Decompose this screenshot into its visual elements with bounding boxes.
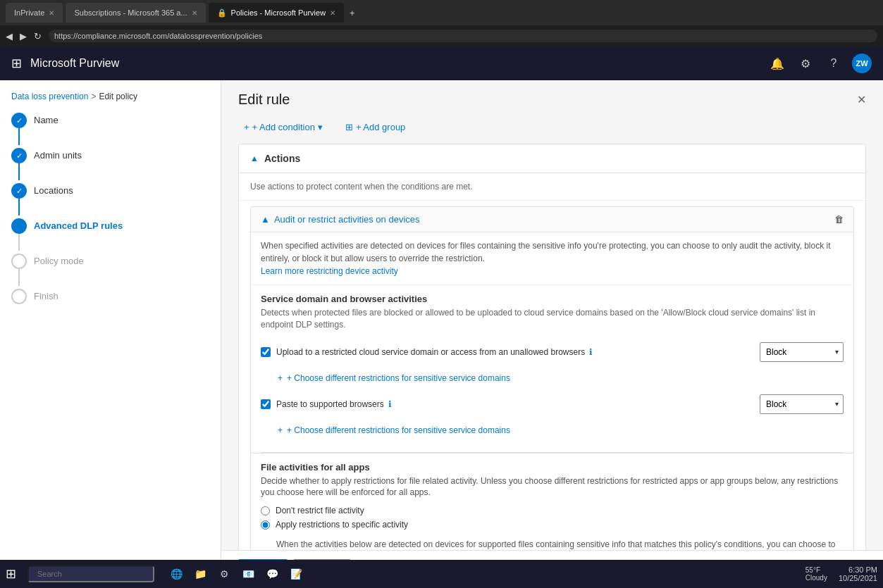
actions-header: ▲ Actions xyxy=(239,144,865,173)
taskbar-icon-1[interactable]: 🌐 xyxy=(166,563,187,584)
browser-chrome: InPrivate ✕ Subscriptions - Microsoft 36… xyxy=(0,0,883,25)
close-button[interactable]: ✕ xyxy=(857,93,866,106)
app-header: ⊞ Microsoft Purview 🔔 ⚙ ? ZW xyxy=(0,46,883,80)
step-circle-admin: ✓ xyxy=(11,148,27,163)
actions-chevron-icon[interactable]: ▲ xyxy=(250,154,259,163)
paste-add-icon: + xyxy=(278,425,283,435)
condition-chevron-icon: ▾ xyxy=(318,122,323,132)
content-panel: Edit rule ✕ + + Add condition ▾ ⊞ + Add … xyxy=(221,80,883,588)
tab-close-inprivate[interactable]: ✕ xyxy=(49,9,54,17)
file-activities-title: File activities for all apps xyxy=(261,462,844,473)
add-group-label: + Add group xyxy=(356,122,405,132)
upload-checkbox[interactable] xyxy=(261,347,271,357)
step-advanced-dlp: Advanced DLP rules xyxy=(11,218,209,251)
service-domain-description: Detects when protected files are blocked… xyxy=(261,307,844,331)
taskbar: ⊞ 🌐 📁 ⚙ 📧 💬 📝 55°F Cloudy 6:30 PM 10/25/… xyxy=(0,560,883,588)
taskbar-icon-6[interactable]: 📝 xyxy=(285,563,307,584)
dont-restrict-radio[interactable] xyxy=(261,506,270,515)
step-label-locations: Locations xyxy=(34,183,73,196)
audit-chevron-icon[interactable]: ▲ xyxy=(261,214,270,225)
panel-title: Edit rule xyxy=(238,92,290,108)
step-locations: ✓ Locations xyxy=(11,183,209,215)
avatar[interactable]: ZW xyxy=(852,54,872,73)
paste-label: Paste to supported browsers ℹ xyxy=(276,399,754,409)
step-line-3 xyxy=(18,199,20,215)
upload-add-icon: + xyxy=(278,373,283,383)
add-condition-icon: + xyxy=(244,122,249,132)
tab-label-policies: Policies - Microsoft Purview xyxy=(231,8,326,17)
upload-label: Upload to a restricted cloud service dom… xyxy=(276,347,754,357)
help-icon[interactable]: ? xyxy=(824,54,844,73)
audit-title-wrapper: ▲ Audit or restrict activities on device… xyxy=(261,214,420,225)
sidebar: Data loss prevention > Edit policy ✓ Nam… xyxy=(0,80,221,588)
apply-restrictions-radio[interactable] xyxy=(261,520,270,530)
file-activities-description: Decide whether to apply restrictions for… xyxy=(261,475,844,499)
service-domain-section: Service domain and browser activities De… xyxy=(251,285,853,452)
notifications-icon[interactable]: 🔔 xyxy=(767,54,787,73)
grid-icon[interactable]: ⊞ xyxy=(11,56,22,71)
actions-title: Actions xyxy=(264,153,300,164)
taskbar-search-input[interactable] xyxy=(27,565,154,582)
audit-title-label: Audit or restrict activities on devices xyxy=(274,214,420,225)
step-circle-finish xyxy=(11,289,27,304)
add-condition-button[interactable]: + + Add condition ▾ xyxy=(238,119,328,135)
address-bar[interactable]: https://compliance.microsoft.com/datalos… xyxy=(49,30,877,42)
add-group-icon: ⊞ xyxy=(345,122,353,132)
taskbar-icon-5[interactable]: 💬 xyxy=(261,563,283,584)
tab-close-subscriptions[interactable]: ✕ xyxy=(192,9,197,17)
upload-setting-row: Upload to a restricted cloud service dom… xyxy=(261,339,844,365)
audit-learn-more-link[interactable]: Learn more restricting device activity xyxy=(261,266,398,276)
breadcrumb: Data loss prevention > Edit policy xyxy=(0,92,221,113)
upload-dropdown-wrapper: Audit only Block Block with override ▾ xyxy=(760,342,844,362)
step-name: ✓ Name xyxy=(11,113,209,145)
dont-restrict-radio-row: Don't restrict file activity xyxy=(261,506,844,515)
audit-section: ▲ Audit or restrict activities on device… xyxy=(250,206,854,588)
nav-refresh[interactable]: ↻ xyxy=(34,31,42,42)
breadcrumb-separator: > xyxy=(91,92,96,101)
paste-dropdown-wrapper: Audit only Block Block with override ▾ xyxy=(760,394,844,414)
actions-section: ▲ Actions Use actions to protect content… xyxy=(238,144,866,588)
browser-nav: ◀ ▶ ↻ https://compliance.microsoft.com/d… xyxy=(0,25,883,46)
tab-policies[interactable]: 🔒 Policies - Microsoft Purview ✕ xyxy=(209,3,344,23)
upload-info-icon[interactable]: ℹ xyxy=(589,347,593,357)
taskbar-icons: 🌐 📁 ⚙ 📧 💬 📝 xyxy=(166,563,307,584)
start-button[interactable]: ⊞ xyxy=(6,566,16,582)
taskbar-icon-4[interactable]: 📧 xyxy=(237,563,259,584)
step-circle-policy xyxy=(11,254,27,269)
step-line-1 xyxy=(18,128,20,145)
nav-forward[interactable]: ▶ xyxy=(20,31,27,42)
paste-checkbox-wrapper xyxy=(261,399,271,409)
apply-restrictions-radio-row: Apply restrictions to specific activity xyxy=(261,520,844,530)
taskbar-icon-3[interactable]: ⚙ xyxy=(214,563,235,584)
nav-back[interactable]: ◀ xyxy=(6,31,13,42)
step-label-admin: Admin units xyxy=(34,148,82,161)
breadcrumb-parent[interactable]: Data loss prevention xyxy=(11,92,88,101)
step-label-finish: Finish xyxy=(34,289,58,301)
upload-add-restriction-button[interactable]: + + Choose different restrictions for se… xyxy=(261,370,844,386)
audit-delete-icon[interactable]: 🗑 xyxy=(834,214,844,225)
tab-close-policies[interactable]: ✕ xyxy=(330,9,335,17)
step-circle-locations: ✓ xyxy=(11,183,27,199)
actions-description: Use actions to protect content when the … xyxy=(239,173,865,201)
add-group-button[interactable]: ⊞ + Add group xyxy=(340,119,411,135)
taskbar-icon-2[interactable]: 📁 xyxy=(190,563,211,584)
paste-add-restriction-button[interactable]: + + Choose different restrictions for se… xyxy=(261,423,844,438)
wizard-steps: ✓ Name ✓ Admin units ✓ xyxy=(0,113,221,304)
upload-dropdown[interactable]: Audit only Block Block with override xyxy=(760,343,843,361)
new-tab-button[interactable]: + xyxy=(350,8,355,18)
paste-info-icon[interactable]: ℹ xyxy=(388,399,392,409)
tab-icon-lock: 🔒 xyxy=(217,8,227,18)
tab-inprivate[interactable]: InPrivate ✕ xyxy=(6,3,63,23)
tab-subscriptions[interactable]: Subscriptions - Microsoft 365 a... ✕ xyxy=(66,3,205,23)
step-line-4 xyxy=(18,234,20,251)
step-line-5 xyxy=(18,269,20,286)
settings-icon[interactable]: ⚙ xyxy=(796,54,815,73)
paste-dropdown[interactable]: Audit only Block Block with override xyxy=(760,395,843,413)
step-finish: Finish xyxy=(11,289,209,304)
clock-date: 10/25/2021 xyxy=(839,574,877,582)
weather-desc: Cloudy xyxy=(805,574,827,582)
paste-checkbox[interactable] xyxy=(261,399,271,409)
step-circle-name: ✓ xyxy=(11,113,27,128)
tab-label-subscriptions: Subscriptions - Microsoft 365 a... xyxy=(74,8,187,17)
step-admin-units: ✓ Admin units xyxy=(11,148,209,180)
